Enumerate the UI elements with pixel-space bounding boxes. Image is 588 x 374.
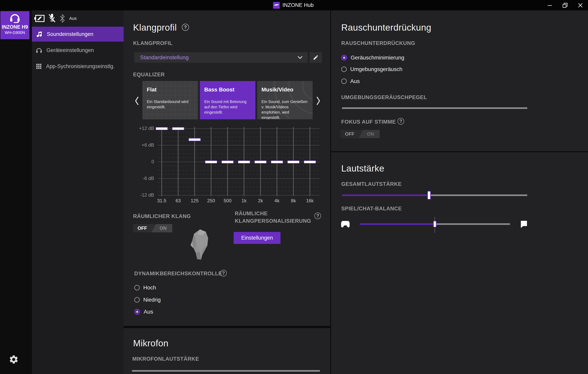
mic-muted-icon bbox=[48, 13, 56, 23]
nc-option-geraeuschminimierung[interactable]: Geräuschminimierung bbox=[341, 55, 404, 61]
klangprofil-help-icon[interactable]: ? bbox=[182, 24, 189, 31]
umgebungsgeraeuschpegel-slider[interactable] bbox=[342, 107, 527, 109]
section-title: Klangprofil bbox=[133, 22, 177, 33]
preset-card-bass-boost[interactable]: Bass Boost Ein Sound mit Betonung auf de… bbox=[200, 81, 255, 119]
preset-name: Flat bbox=[147, 87, 194, 93]
drc-option-hoch[interactable]: Hoch bbox=[134, 285, 156, 291]
eq-x-tick-label: 125 bbox=[186, 198, 203, 203]
preset-card-flat[interactable]: Flat Ein Standardsound wird eingestellt. bbox=[143, 81, 198, 119]
preset-desc: Ein Sound, zum Genießen v. Musik/Videos … bbox=[262, 99, 308, 119]
radio-icon bbox=[341, 66, 347, 72]
eq-band-handle-63[interactable] bbox=[172, 127, 184, 130]
eq-band-handle-31.5[interactable] bbox=[156, 127, 168, 130]
toggle-on-label: ON bbox=[361, 130, 380, 138]
eq-y-tick-label: +6 dB bbox=[124, 142, 154, 148]
eq-band-handle-8k[interactable] bbox=[287, 161, 299, 164]
raeumlicher-klang-toggle[interactable]: OFF ON bbox=[133, 224, 172, 232]
dynamikbereichskontrolle-help-icon[interactable]: ? bbox=[220, 270, 227, 276]
sidebar-item-app-sync[interactable]: App-Sychronisierungseinstlg. bbox=[32, 59, 124, 74]
minimize-icon bbox=[547, 3, 552, 8]
eq-band-track-31.5[interactable] bbox=[161, 127, 162, 196]
equalizer-label: EQUALIZER bbox=[133, 72, 165, 78]
device-status-row: Aus bbox=[32, 11, 124, 26]
eq-minor-gridline bbox=[158, 170, 319, 171]
balance-center-tick-bottom bbox=[435, 228, 435, 233]
eq-minor-gridline bbox=[158, 191, 319, 191]
eq-band-handle-1k[interactable] bbox=[238, 161, 250, 164]
radio-label: Niedrig bbox=[143, 297, 161, 303]
preset-card-musik-video[interactable]: Musik/Video Ein Sound, zum Genießen v. M… bbox=[257, 81, 313, 119]
radio-label: Hoch bbox=[143, 285, 156, 291]
eq-band-handle-125[interactable] bbox=[189, 138, 201, 141]
eq-band-handle-16k[interactable] bbox=[304, 161, 316, 164]
chevron-right-icon bbox=[316, 96, 321, 106]
klangprofil-dropdown[interactable]: Standardeinstellung bbox=[134, 52, 308, 63]
radio-icon bbox=[134, 285, 140, 290]
slider-handle[interactable] bbox=[433, 221, 437, 227]
mikrofonlautstaerke-slider[interactable] bbox=[132, 370, 320, 372]
slider-handle[interactable] bbox=[427, 191, 431, 199]
restore-icon bbox=[563, 3, 568, 8]
klangpersonalisierung-help-icon[interactable]: ? bbox=[314, 212, 321, 219]
preset-scroll-left-button[interactable] bbox=[133, 96, 141, 107]
drc-option-aus[interactable]: Aus bbox=[134, 309, 153, 315]
main-column: Klangprofil ? KLANGPROFIL Standardeinste… bbox=[124, 11, 330, 374]
nc-option-aus[interactable]: Aus bbox=[341, 78, 360, 84]
spiel-chat-balance-slider[interactable] bbox=[360, 223, 510, 225]
klangprofil-label: KLANGPROFIL bbox=[133, 40, 173, 46]
section-title: Mikrofon bbox=[133, 338, 168, 349]
eq-minor-gridline bbox=[158, 158, 319, 158]
preset-name: Musik/Video bbox=[262, 87, 308, 93]
eq-band-handle-250[interactable] bbox=[205, 161, 217, 164]
eq-band-handle-4k[interactable] bbox=[271, 161, 283, 164]
inzone-logo-icon bbox=[273, 2, 280, 9]
nc-option-umgebungsgeraeusch[interactable]: Umgebungsgeräusch bbox=[341, 66, 402, 72]
preset-scroll-right-button[interactable] bbox=[314, 96, 323, 107]
device-rail: INZONE H9 WH-G900N bbox=[0, 11, 32, 374]
battery-icon bbox=[34, 15, 44, 22]
pencil-icon bbox=[313, 55, 319, 60]
eq-band-track-63[interactable] bbox=[178, 127, 178, 196]
mikrofonlautstaerke-label: MIKROFONLAUTSTÄRKE bbox=[132, 356, 199, 362]
radio-icon bbox=[341, 55, 347, 61]
eq-x-tick-label: 4k bbox=[269, 198, 285, 203]
equalizer-plot: +12 dB+6 dB0-6 dB-12 dB31.5631252505001k… bbox=[124, 124, 322, 207]
balance-center-tick-top bbox=[435, 217, 435, 221]
fokus-auf-stimme-toggle[interactable]: OFF ON bbox=[340, 130, 380, 138]
eq-band-track-125[interactable] bbox=[194, 127, 195, 196]
sidebar-item-label: Geräteeinstellungen bbox=[46, 47, 94, 53]
eq-x-tick-label: 2k bbox=[252, 198, 269, 203]
fokus-auf-stimme-help-icon[interactable]: ? bbox=[398, 118, 404, 125]
chevron-left-icon bbox=[135, 96, 139, 106]
eq-minor-gridline bbox=[158, 149, 319, 150]
edit-profile-button[interactable] bbox=[310, 52, 322, 63]
toggle-off-label: OFF bbox=[340, 130, 359, 138]
eq-major-gridline bbox=[158, 178, 319, 179]
device-tile[interactable]: INZONE H9 WH-G900N bbox=[0, 11, 29, 39]
close-icon bbox=[578, 3, 583, 8]
einstellungen-button[interactable]: Einstellungen bbox=[234, 232, 281, 244]
music-note-icon bbox=[36, 31, 42, 37]
eq-band-handle-2k[interactable] bbox=[254, 161, 267, 164]
sidebar: Aus Soundeinstellungen Geräteeinstellung… bbox=[32, 11, 124, 374]
fokus-auf-stimme-label: FOKUS AUF STIMME bbox=[341, 119, 396, 125]
apps-grid-icon bbox=[36, 63, 42, 69]
close-button[interactable] bbox=[573, 0, 588, 11]
restore-button[interactable] bbox=[557, 0, 573, 11]
sidebar-item-label: Soundeinstellungen bbox=[47, 31, 93, 37]
sidebar-item-geraeteeinstellungen[interactable]: Geräteeinstellungen bbox=[32, 43, 124, 58]
sidebar-item-soundeinstellungen[interactable]: Soundeinstellungen bbox=[32, 27, 124, 42]
raeumlicher-klang-label: RÄUMLICHER KLANG bbox=[133, 213, 191, 219]
eq-minor-gridline bbox=[158, 132, 319, 133]
mikrofon-section: Mikrofon MIKROFONLAUTSTÄRKE bbox=[124, 328, 330, 374]
eq-major-gridline bbox=[158, 195, 319, 196]
section-title: Lautstärke bbox=[341, 163, 384, 174]
settings-gear-button[interactable] bbox=[8, 354, 19, 365]
eq-y-tick-label: -6 dB bbox=[124, 176, 154, 181]
drc-option-niedrig[interactable]: Niedrig bbox=[134, 297, 161, 303]
minimize-button[interactable] bbox=[542, 0, 557, 11]
eq-y-tick-label: 0 bbox=[124, 159, 154, 165]
gesamtlautstaerke-slider[interactable] bbox=[342, 195, 527, 196]
eq-band-handle-500[interactable] bbox=[221, 161, 234, 164]
eq-x-tick-label: 500 bbox=[219, 198, 236, 203]
